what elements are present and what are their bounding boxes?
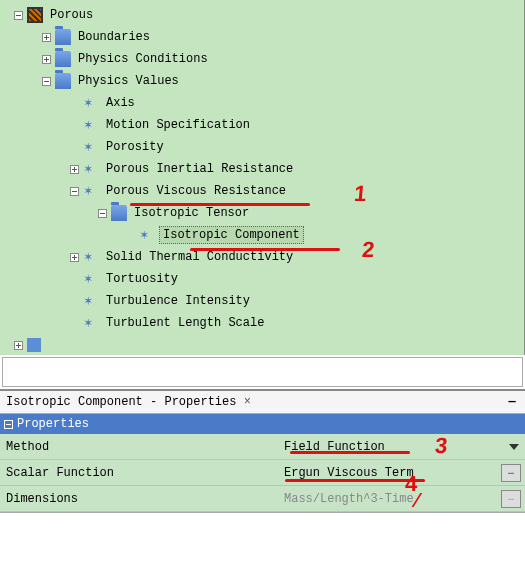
node-label: Turbulence Intensity	[103, 293, 253, 309]
node-solid-thermal[interactable]: Solid Thermal Conductivity	[0, 246, 524, 268]
node-label: Porous Inertial Resistance	[103, 161, 296, 177]
chevron-down-icon[interactable]	[509, 444, 519, 450]
model-tree-panel[interactable]: Porous Boundaries Physics Conditions Phy…	[0, 0, 525, 355]
folder-icon	[55, 51, 71, 67]
function-icon	[139, 227, 155, 243]
prop-val-text: Field Function	[284, 440, 385, 454]
function-icon	[83, 161, 99, 177]
minimize-icon[interactable]: —	[505, 395, 519, 409]
node-physics-values[interactable]: Physics Values	[0, 70, 524, 92]
expand-icon[interactable]	[14, 341, 23, 350]
panel-footer	[0, 512, 525, 536]
item-icon	[27, 338, 41, 352]
folder-icon	[55, 29, 71, 45]
prop-key: Dimensions	[0, 492, 280, 506]
prop-val-dimensions[interactable]: Mass/Length^3-Time …	[280, 490, 525, 508]
function-icon	[83, 183, 99, 199]
node-label: Solid Thermal Conductivity	[103, 249, 296, 265]
collapse-icon[interactable]	[98, 209, 107, 218]
properties-tab[interactable]: Isotropic Component - Properties × —	[0, 391, 525, 414]
node-isotropic-tensor[interactable]: Isotropic Tensor	[0, 202, 524, 224]
node-motion[interactable]: Motion Specification	[0, 114, 524, 136]
prop-val-text: Ergun Viscous Term	[284, 466, 414, 480]
node-isotropic-component[interactable]: Isotropic Component	[0, 224, 524, 246]
function-icon	[83, 117, 99, 133]
node-label: Tortuosity	[103, 271, 181, 287]
prop-row-scalar[interactable]: Scalar Function Ergun Viscous Term …	[0, 460, 525, 486]
node-turb-intensity[interactable]: Turbulence Intensity	[0, 290, 524, 312]
browse-button[interactable]: …	[501, 490, 521, 508]
expand-icon[interactable]	[70, 165, 79, 174]
region-icon	[27, 7, 43, 23]
node-label: Isotropic Tensor	[131, 205, 252, 221]
node-porous-viscous[interactable]: Porous Viscous Resistance	[0, 180, 524, 202]
node-turb-length[interactable]: Turbulent Length Scale	[0, 312, 524, 334]
folder-icon	[55, 73, 71, 89]
function-icon	[83, 139, 99, 155]
collapse-icon[interactable]	[14, 11, 23, 20]
node-label: Physics Values	[75, 73, 182, 89]
node-label: Porous	[47, 7, 96, 23]
group-label: Properties	[17, 417, 89, 431]
node-label: Boundaries	[75, 29, 153, 45]
prop-val-text: Mass/Length^3-Time	[284, 492, 414, 506]
filter-input-stub[interactable]	[2, 357, 523, 387]
node-label-selected: Isotropic Component	[159, 226, 304, 244]
prop-row-dimensions[interactable]: Dimensions Mass/Length^3-Time …	[0, 486, 525, 512]
node-porous[interactable]: Porous	[0, 4, 524, 26]
function-icon	[83, 293, 99, 309]
node-porous-inertial[interactable]: Porous Inertial Resistance	[0, 158, 524, 180]
node-porosity[interactable]: Porosity	[0, 136, 524, 158]
prop-key: Method	[0, 440, 280, 454]
panel-title: Isotropic Component - Properties	[6, 395, 236, 409]
function-icon	[83, 95, 99, 111]
node-label: Motion Specification	[103, 117, 253, 133]
folder-icon	[111, 205, 127, 221]
node-label: Porous Viscous Resistance	[103, 183, 289, 199]
expand-icon[interactable]	[42, 33, 51, 42]
node-tortuosity[interactable]: Tortuosity	[0, 268, 524, 290]
node-physics-conditions[interactable]: Physics Conditions	[0, 48, 524, 70]
node-label: Axis	[103, 95, 138, 111]
expand-icon[interactable]	[70, 253, 79, 262]
prop-row-method[interactable]: Method Field Function	[0, 434, 525, 460]
node-label: Porosity	[103, 139, 167, 155]
collapse-icon[interactable]	[42, 77, 51, 86]
properties-group-header[interactable]: Properties	[0, 414, 525, 434]
properties-panel: Isotropic Component - Properties × — Pro…	[0, 389, 525, 536]
collapse-icon[interactable]	[4, 420, 13, 429]
function-icon	[83, 315, 99, 331]
function-icon	[83, 249, 99, 265]
prop-val-method[interactable]: Field Function	[280, 440, 525, 454]
node-label: Physics Conditions	[75, 51, 211, 67]
prop-key: Scalar Function	[0, 466, 280, 480]
node-axis[interactable]: Axis	[0, 92, 524, 114]
node-boundaries[interactable]: Boundaries	[0, 26, 524, 48]
expand-icon[interactable]	[42, 55, 51, 64]
function-icon	[83, 271, 99, 287]
prop-val-scalar[interactable]: Ergun Viscous Term …	[280, 464, 525, 482]
browse-button[interactable]: …	[501, 464, 521, 482]
node-next-hidden[interactable]	[0, 334, 524, 355]
collapse-icon[interactable]	[70, 187, 79, 196]
node-label: Turbulent Length Scale	[103, 315, 267, 331]
close-icon[interactable]: ×	[240, 395, 254, 409]
